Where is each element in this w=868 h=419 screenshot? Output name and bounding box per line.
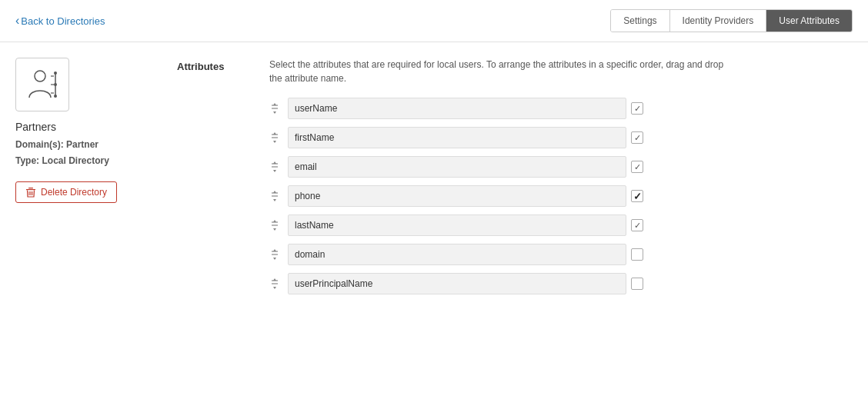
attribute-name-input[interactable]	[288, 214, 626, 236]
svg-point-0	[35, 71, 45, 81]
delete-button-label: Delete Directory	[41, 187, 107, 198]
svg-point-3	[54, 83, 57, 86]
delete-directory-button[interactable]: Delete Directory	[15, 181, 117, 203]
attributes-label: Attributes	[177, 58, 239, 302]
type-meta: Type: Local Directory	[15, 154, 154, 168]
drag-handle-icon[interactable]	[269, 160, 283, 174]
directory-name: Partners	[15, 121, 154, 133]
main-content: Partners Domain(s): Partner Type: Local …	[0, 42, 868, 318]
attributes-description: Select the attributes that are required …	[269, 58, 731, 85]
attribute-name-input[interactable]	[288, 185, 626, 207]
svg-rect-9	[28, 188, 33, 188]
attributes-section: Attributes Select the attributes that ar…	[177, 58, 830, 302]
domains-label: Domain(s):	[15, 139, 64, 150]
tab-identity-providers[interactable]: Identity Providers	[670, 10, 767, 32]
attribute-name-input[interactable]	[288, 273, 626, 294]
attribute-checkbox[interactable]	[631, 161, 643, 173]
directory-icon	[15, 58, 69, 111]
drag-handle-icon[interactable]	[269, 277, 283, 291]
attribute-row	[269, 214, 830, 236]
attribute-row	[269, 156, 830, 178]
svg-point-4	[54, 95, 57, 98]
attributes-content: Attributes Select the attributes that ar…	[154, 58, 853, 302]
attribute-name-input[interactable]	[288, 127, 626, 148]
type-label: Type:	[15, 155, 39, 166]
drag-handle-icon[interactable]	[269, 101, 283, 115]
back-to-directories-link[interactable]: Back to Directories	[15, 14, 105, 28]
attribute-name-input[interactable]	[288, 244, 626, 265]
attribute-row	[269, 127, 830, 148]
attribute-checkbox[interactable]	[631, 248, 643, 261]
attribute-checkbox[interactable]	[631, 278, 643, 290]
attribute-row	[269, 273, 830, 294]
drag-handle-icon[interactable]	[269, 189, 283, 203]
attribute-row	[269, 244, 830, 265]
drag-handle-icon[interactable]	[269, 248, 283, 261]
domains-meta: Domain(s): Partner	[15, 138, 154, 151]
drag-handle-icon[interactable]	[269, 131, 283, 145]
drag-handle-icon[interactable]	[269, 218, 283, 232]
attribute-name-input[interactable]	[288, 156, 626, 178]
attribute-checkbox[interactable]	[631, 102, 643, 115]
attribute-checkbox[interactable]	[631, 190, 643, 202]
svg-point-2	[54, 71, 57, 75]
attributes-body: Select the attributes that are required …	[269, 58, 830, 302]
tab-user-attributes[interactable]: User Attributes	[766, 10, 852, 32]
header: Back to Directories Settings Identity Pr…	[0, 0, 868, 42]
sidebar: Partners Domain(s): Partner Type: Local …	[15, 58, 154, 302]
tab-bar: Settings Identity Providers User Attribu…	[610, 9, 853, 32]
attribute-row	[269, 185, 830, 207]
svg-rect-8	[26, 189, 35, 190]
attribute-name-input[interactable]	[288, 98, 626, 119]
domains-value: Partner	[66, 139, 98, 150]
attribute-checkbox[interactable]	[631, 131, 643, 144]
attribute-checkbox[interactable]	[631, 219, 643, 231]
attributes-list	[269, 98, 830, 294]
attribute-row	[269, 98, 830, 119]
trash-icon	[25, 187, 36, 198]
tab-settings[interactable]: Settings	[611, 10, 669, 32]
type-value: Local Directory	[42, 155, 108, 166]
